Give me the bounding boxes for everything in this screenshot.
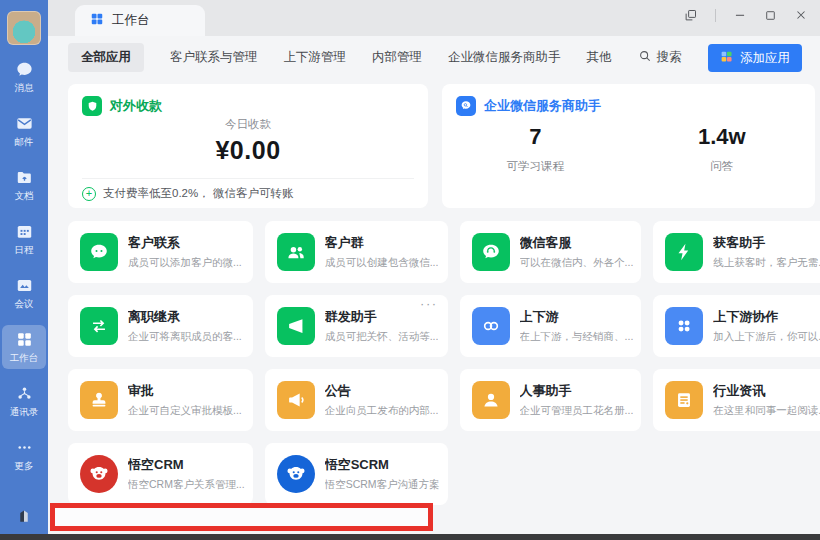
payment-card[interactable]: 对外收款 今日收款 ¥0.00 + 支付费率低至0.2%， 微信客户可转账 xyxy=(68,84,428,208)
stamp-icon xyxy=(80,381,118,419)
stat-courses-label: 可学习课程 xyxy=(442,159,629,174)
app-card-wechat-service[interactable]: 微信客服可以在微信内、外各个... xyxy=(460,221,642,283)
popout-icon[interactable] xyxy=(683,8,698,23)
four-dots-grid-icon xyxy=(665,307,703,345)
app-card-wukong-crm[interactable]: 悟空CRM悟空CRM客户关系管理... xyxy=(68,443,253,505)
bottom-logo-icon[interactable] xyxy=(14,506,34,530)
service-headset-icon xyxy=(472,233,510,271)
window-controls-divider xyxy=(715,9,716,22)
highlight-annotation-rectangle xyxy=(50,503,433,531)
maximize-icon[interactable] xyxy=(764,9,777,22)
payment-summary: 今日收款 ¥0.00 xyxy=(68,117,428,165)
sidebar-item-meeting[interactable]: 会议 xyxy=(2,271,46,315)
filter-all-apps[interactable]: 全部应用 xyxy=(68,43,144,72)
app-desc: 企业可管理员工花名册... xyxy=(520,404,634,418)
window-controls xyxy=(683,0,808,30)
sidebar-item-calendar[interactable]: 日程 xyxy=(2,217,46,261)
app-name: 悟空SCRM xyxy=(325,456,440,474)
app-name: 悟空CRM xyxy=(128,456,245,474)
app-card-resignation-inherit[interactable]: 离职继承企业可将离职成员的客... xyxy=(68,295,253,357)
app-card-customer-group[interactable]: 客户群成员可以创建包含微信... xyxy=(265,221,448,283)
search-icon xyxy=(638,49,652,66)
app-desc: 成员可以添加客户的微... xyxy=(128,256,242,270)
sidebar-item-label: 文档 xyxy=(15,190,34,203)
app-desc: 悟空SCRM客户沟通方案 xyxy=(325,478,440,492)
app-name: 客户群 xyxy=(325,234,439,252)
app-name: 审批 xyxy=(128,382,242,400)
sidebar-item-label: 消息 xyxy=(15,82,34,95)
calendar-icon xyxy=(15,222,34,241)
announcement-megaphone-icon xyxy=(277,381,315,419)
app-card-bulk-message[interactable]: ··· 群发助手成员可把关怀、活动等... xyxy=(265,295,448,357)
payment-today-label: 今日收款 xyxy=(68,117,428,132)
payment-promo[interactable]: + 支付费率低至0.2%， 微信客户可转账 xyxy=(82,186,293,201)
meeting-icon xyxy=(15,276,34,295)
filter-internal[interactable]: 内部管理 xyxy=(372,49,422,66)
close-icon[interactable] xyxy=(794,8,808,22)
chat-bubble-icon xyxy=(15,60,34,79)
payment-amount: ¥0.00 xyxy=(68,136,428,165)
app-name: 上下游 xyxy=(520,308,634,326)
app-card-approval[interactable]: 审批企业可自定义审批模板... xyxy=(68,369,253,431)
app-name: 微信客服 xyxy=(520,234,634,252)
filter-customer[interactable]: 客户联系与管理 xyxy=(170,49,258,66)
app-card-supply-chain-collab[interactable]: 上下游协作加入上下游后，你可以... xyxy=(653,295,820,357)
link-rings-icon xyxy=(472,307,510,345)
app-card-hr-assistant[interactable]: 人事助手企业可管理员工花名册... xyxy=(460,369,642,431)
more-options-icon[interactable]: ··· xyxy=(420,296,438,311)
user-avatar[interactable] xyxy=(7,11,41,45)
app-desc: 企业可自定义审批模板... xyxy=(128,404,242,418)
sidebar-item-label: 邮件 xyxy=(15,136,34,149)
app-filter-row: 全部应用 客户联系与管理 上下游管理 内部管理 企业微信服务商助手 其他 搜索 xyxy=(68,44,815,71)
sidebar-item-label: 工作台 xyxy=(10,352,39,365)
app-desc: 悟空CRM客户关系管理... xyxy=(128,478,245,492)
sidebar-item-more[interactable]: 更多 xyxy=(2,433,46,477)
sidebar-item-docs[interactable]: 文档 xyxy=(2,163,46,207)
app-card-customer-contact[interactable]: 客户联系成员可以添加客户的微... xyxy=(68,221,253,283)
app-card-supply-chain[interactable]: 上下游在上下游，与经销商、... xyxy=(460,295,642,357)
sidebar-item-label: 更多 xyxy=(15,460,34,473)
app-desc: 企业向员工发布的内部... xyxy=(325,404,439,418)
provider-assistant-card[interactable]: 企业微信服务商助手 7 可学习课程 1.4w 问答 xyxy=(442,84,815,208)
sidebar-item-messages[interactable]: 消息 xyxy=(2,55,46,99)
monkey-logo-icon xyxy=(277,455,315,493)
app-name: 公告 xyxy=(325,382,439,400)
group-people-icon xyxy=(277,233,315,271)
filter-other[interactable]: 其他 xyxy=(587,49,612,66)
app-desc: 成员可把关怀、活动等... xyxy=(325,330,439,344)
tab-workbench[interactable]: 工作台 xyxy=(75,5,205,36)
filter-provider-assistant[interactable]: 企业微信服务商助手 xyxy=(448,49,561,66)
add-app-button[interactable]: 添加应用 xyxy=(708,44,802,72)
app-desc: 线上获客时，客户无需... xyxy=(713,256,820,270)
news-document-icon xyxy=(665,381,703,419)
app-card-industry-news[interactable]: 行业资讯在这里和同事一起阅读... xyxy=(653,369,820,431)
app-name: 人事助手 xyxy=(520,382,634,400)
filter-supply-chain[interactable]: 上下游管理 xyxy=(284,49,347,66)
more-dots-icon xyxy=(15,438,34,457)
sidebar-item-workbench[interactable]: 工作台 xyxy=(2,325,46,369)
org-chart-icon xyxy=(15,384,34,403)
workbench-content: 全部应用 客户联系与管理 上下游管理 内部管理 企业微信服务商助手 其他 搜索 … xyxy=(48,36,820,540)
sidebar-item-mail[interactable]: 邮件 xyxy=(2,109,46,153)
search-control[interactable]: 搜索 xyxy=(638,49,682,66)
sidebar-item-contacts[interactable]: 通讯录 xyxy=(2,379,46,423)
app-name: 客户联系 xyxy=(128,234,242,252)
app-card-lead-assistant[interactable]: 获客助手线上获客时，客户无需... xyxy=(653,221,820,283)
folder-icon xyxy=(15,168,34,187)
app-card-announcement[interactable]: 公告企业向员工发布的内部... xyxy=(265,369,448,431)
megaphone-icon xyxy=(277,307,315,345)
add-app-grid-icon xyxy=(720,50,733,66)
featured-cards-row: 对外收款 今日收款 ¥0.00 + 支付费率低至0.2%， 微信客户可转账 企业… xyxy=(68,84,815,208)
stat-qa: 1.4w 问答 xyxy=(629,124,816,174)
payment-divider xyxy=(82,178,414,179)
minimize-icon[interactable] xyxy=(733,8,747,22)
sidebar: 消息 邮件 文档 日程 会议 工作台 通讯录 xyxy=(0,0,48,540)
lightning-bolt-icon xyxy=(665,233,703,271)
sidebar-item-label: 会议 xyxy=(15,298,34,311)
payment-card-header: 对外收款 xyxy=(82,96,162,116)
stat-courses-value: 7 xyxy=(442,124,629,150)
sidebar-item-label: 通讯录 xyxy=(10,406,39,419)
app-card-wukong-scrm[interactable]: 悟空SCRM悟空SCRM客户沟通方案 xyxy=(265,443,448,505)
app-grid: 客户联系成员可以添加客户的微... 客户群成员可以创建包含微信... 微信客服可… xyxy=(68,221,815,505)
bottom-edge-bar xyxy=(0,534,820,540)
